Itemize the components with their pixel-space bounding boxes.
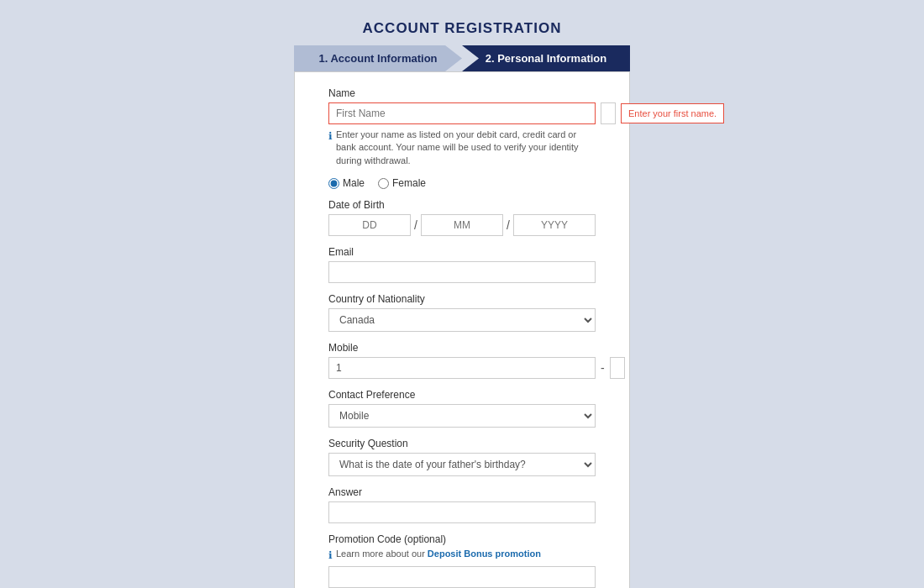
- promo-info-icon: ℹ: [328, 549, 333, 561]
- contact-pref-select[interactable]: Mobile Email: [328, 404, 596, 428]
- gender-male-radio[interactable]: [328, 178, 339, 189]
- answer-input[interactable]: [328, 501, 596, 523]
- step-1-label: 1. Account Information: [318, 52, 437, 65]
- step-1[interactable]: 1. Account Information: [294, 45, 462, 71]
- mobile-dash: -: [601, 361, 605, 375]
- page-wrapper: ACCOUNT REGISTRATION 1. Account Informat…: [17, 17, 907, 588]
- security-q-group: Security Question What is the date of yo…: [328, 438, 596, 476]
- contact-pref-group: Contact Preference Mobile Email: [328, 389, 596, 428]
- gender-female-option[interactable]: Female: [378, 177, 426, 189]
- country-label: Country of Nationality: [328, 293, 596, 305]
- promo-group: Promotion Code (optional) ℹ Learn more a…: [328, 533, 596, 588]
- name-info: ℹ Enter your name as listed on your debi…: [328, 129, 596, 167]
- mobile-number-input[interactable]: [610, 357, 625, 379]
- email-label: Email: [328, 246, 596, 258]
- security-q-label: Security Question: [328, 438, 596, 449]
- email-group: Email: [328, 246, 596, 283]
- dob-dd-input[interactable]: [328, 214, 411, 236]
- name-row: Enter your first name.: [328, 102, 596, 124]
- country-select[interactable]: Canada: [328, 308, 596, 332]
- dob-group: Date of Birth / /: [328, 199, 596, 236]
- promo-link[interactable]: Deposit Bonus promotion: [428, 549, 541, 559]
- gender-male-option[interactable]: Male: [328, 177, 365, 189]
- answer-label: Answer: [328, 486, 596, 498]
- gender-group: Male Female: [328, 177, 596, 189]
- first-name-input[interactable]: [328, 102, 596, 124]
- dob-row: / /: [328, 214, 596, 236]
- name-info-text: Enter your name as listed on your debit …: [336, 129, 596, 167]
- promo-input[interactable]: [328, 566, 596, 588]
- form-card: Name Enter your first name. ℹ Enter your…: [294, 71, 630, 588]
- promo-label: Promotion Code (optional): [328, 533, 596, 545]
- step-2[interactable]: 2. Personal Information: [462, 45, 630, 71]
- mobile-label: Mobile: [328, 342, 596, 354]
- gender-female-label: Female: [392, 177, 426, 189]
- country-group: Country of Nationality Canada: [328, 293, 596, 332]
- dob-sep-1: /: [414, 218, 417, 232]
- dob-mm-input[interactable]: [421, 214, 503, 236]
- email-input[interactable]: [328, 261, 596, 283]
- enter-name-button[interactable]: Enter your first name.: [621, 103, 724, 123]
- info-icon: ℹ: [328, 129, 333, 167]
- mobile-row: -: [328, 357, 596, 379]
- gender-male-label: Male: [343, 177, 365, 189]
- page-title: ACCOUNT REGISTRATION: [363, 20, 562, 37]
- security-q-select[interactable]: What is the date of your father's birthd…: [328, 453, 596, 476]
- steps-bar: 1. Account Information 2. Personal Infor…: [294, 45, 630, 71]
- answer-group: Answer: [328, 486, 596, 523]
- dob-year-input[interactable]: [513, 214, 596, 236]
- step-2-label: 2. Personal Information: [486, 52, 606, 65]
- mobile-group: Mobile -: [328, 342, 596, 379]
- gender-female-radio[interactable]: [378, 178, 389, 189]
- promo-info-text: Learn more about our Deposit Bonus promo…: [336, 549, 541, 561]
- mobile-code-input[interactable]: [328, 357, 596, 379]
- contact-pref-label: Contact Preference: [328, 389, 596, 401]
- dob-label: Date of Birth: [328, 199, 596, 211]
- last-name-input[interactable]: [601, 102, 616, 124]
- dob-sep-2: /: [507, 218, 510, 232]
- name-label: Name: [328, 87, 596, 99]
- name-group: Name Enter your first name. ℹ Enter your…: [328, 87, 596, 167]
- promo-info: ℹ Learn more about our Deposit Bonus pro…: [328, 549, 596, 561]
